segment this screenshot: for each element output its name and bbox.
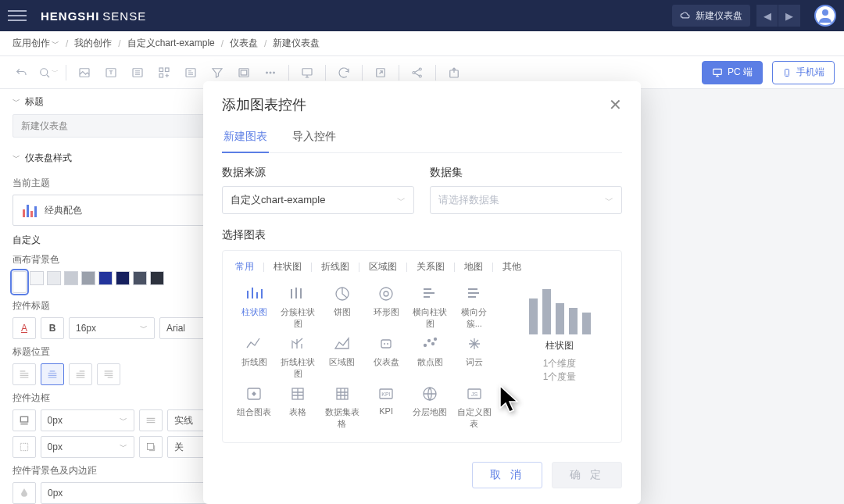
chart-type-layermap[interactable]: 分层地图	[409, 384, 450, 430]
chart-type-pie[interactable]: 饼图	[322, 284, 363, 330]
dataset-select[interactable]: 请选择数据集﹀	[430, 186, 622, 214]
preview-measure: 1个度量	[543, 370, 577, 384]
chart-cat-5[interactable]: 地图	[463, 260, 485, 273]
chart-type-custom[interactable]: JS自定义图表	[454, 384, 495, 430]
svg-text:KPI: KPI	[382, 391, 391, 397]
svg-point-30	[432, 343, 435, 345]
chart-type-bar[interactable]: 柱状图	[234, 284, 274, 330]
tab-new-chart[interactable]: 新建图表	[222, 123, 269, 153]
chart-type-donut[interactable]: 环形图	[366, 284, 406, 330]
modal-title: 添加图表控件	[222, 95, 306, 114]
preview-dim: 1个维度	[543, 357, 577, 370]
chart-type-hbar[interactable]: 横向柱状图	[409, 284, 450, 330]
chart-type-hstack[interactable]: 横向分簇...	[454, 284, 495, 330]
chart-type-gauge[interactable]: 仪表盘	[366, 334, 406, 380]
ok-button[interactable]: 确 定	[552, 462, 622, 488]
modal-close-icon[interactable]: ✕	[609, 95, 622, 114]
chart-type-kpi[interactable]: KPIKPI	[366, 384, 406, 430]
svg-point-31	[435, 338, 437, 341]
chart-type-stackbar[interactable]: 分簇柱状图	[277, 284, 318, 330]
svg-point-28	[424, 345, 427, 347]
pick-chart-label: 选择图表	[222, 228, 622, 242]
chart-type-wordcloud[interactable]: 词云	[454, 334, 495, 380]
svg-rect-27	[381, 340, 391, 348]
cancel-button[interactable]: 取 消	[472, 462, 542, 488]
datasource-label: 数据来源	[222, 166, 414, 180]
modal-overlay: 添加图表控件 ✕ 新建图表 导入控件 数据来源 自定义chart-example…	[0, 0, 844, 504]
chart-cat-4[interactable]: 关系图	[415, 260, 446, 273]
svg-text:JS: JS	[471, 391, 478, 397]
chart-cat-2[interactable]: 折线图	[320, 260, 351, 273]
chart-category-tabs: 常用柱状图折线图区域图关系图地图其他	[234, 260, 610, 273]
add-chart-modal: 添加图表控件 ✕ 新建图表 导入控件 数据来源 自定义chart-example…	[203, 81, 641, 504]
chart-type-line[interactable]: 折线图	[234, 334, 274, 380]
chart-type-scatter[interactable]: 散点图	[409, 334, 450, 380]
svg-point-25	[380, 288, 392, 300]
chart-type-dstable[interactable]: 数据集表格	[322, 384, 363, 430]
preview-name: 柱状图	[545, 339, 574, 352]
chart-cat-3[interactable]: 区域图	[367, 260, 399, 273]
preview-bar-icon	[524, 284, 595, 334]
tab-import[interactable]: 导入控件	[291, 123, 338, 152]
chart-cat-6[interactable]: 其他	[501, 260, 523, 273]
chart-type-linebar[interactable]: 折线柱状图	[277, 334, 318, 380]
chart-type-table[interactable]: 表格	[277, 384, 318, 430]
chart-cat-1[interactable]: 柱状图	[272, 260, 303, 273]
modal-tabs: 新建图表 导入控件	[222, 123, 622, 153]
chart-cat-0[interactable]: 常用	[234, 260, 256, 273]
svg-rect-34	[337, 388, 348, 399]
svg-point-26	[384, 291, 388, 296]
dataset-label: 数据集	[430, 166, 622, 180]
chart-type-grid: 柱状图分簇柱状图饼图环形图横向柱状图横向分簇...折线图折线柱状图区域图仪表盘散…	[234, 284, 495, 430]
datasource-select[interactable]: 自定义chart-example﹀	[222, 186, 414, 214]
chart-preview: 柱状图 1个维度1个度量	[509, 284, 610, 430]
chart-type-area[interactable]: 区域图	[322, 334, 363, 380]
chart-type-combo[interactable]: 组合图表	[234, 384, 274, 430]
svg-point-29	[428, 340, 431, 342]
